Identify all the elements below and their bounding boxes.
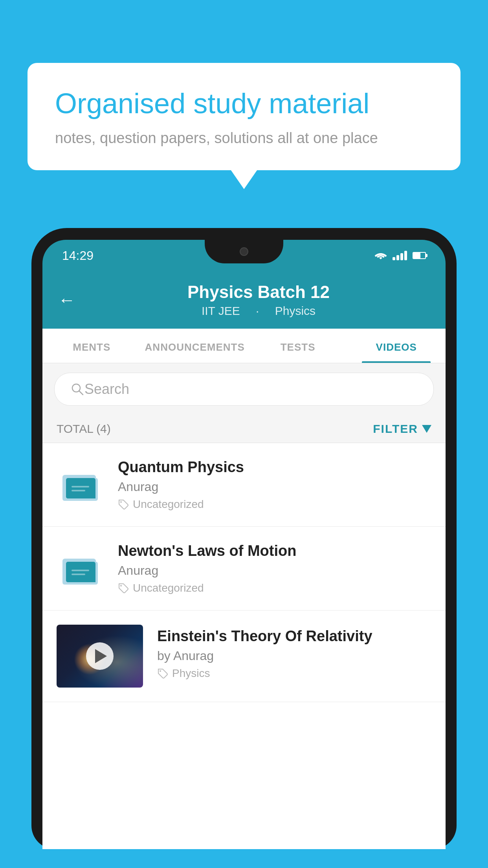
svg-point-6: [120, 501, 122, 503]
folder-icon-newton: [61, 551, 100, 586]
folder-icon-quantum: [61, 467, 100, 502]
speech-bubble-title: Organised study material: [55, 86, 433, 120]
speech-bubble-subtitle: notes, question papers, solutions all at…: [55, 130, 433, 147]
einstein-thumbnail: [57, 625, 143, 688]
subtitle-iitjee: IIT JEE: [202, 304, 240, 317]
einstein-title: Einstein's Theory Of Relativity: [157, 628, 431, 645]
quantum-title: Quantum Physics: [118, 459, 431, 476]
signal-icon: [393, 251, 407, 260]
tab-tests[interactable]: TESTS: [249, 329, 347, 363]
svg-rect-10: [72, 574, 85, 575]
phone-wrapper: 14:29: [31, 228, 457, 868]
svg-rect-9: [72, 570, 89, 571]
total-count: TOTAL (4): [57, 422, 111, 436]
wifi-icon: [374, 251, 387, 260]
status-time: 14:29: [62, 248, 94, 263]
search-placeholder: Search: [84, 381, 129, 397]
video-thumb-newton: [57, 551, 104, 586]
video-info-einstein: Einstein's Theory Of Relativity by Anura…: [157, 625, 431, 680]
speech-bubble: Organised study material notes, question…: [28, 63, 460, 170]
svg-line-1: [79, 391, 83, 395]
video-info-quantum: Quantum Physics Anurag Uncategorized: [118, 459, 431, 511]
header-title-area: Physics Batch 12 IIT JEE · Physics: [87, 282, 430, 318]
einstein-tag: Physics: [157, 667, 431, 680]
battery-icon: [413, 252, 426, 259]
newton-title: Newton's Laws of Motion: [118, 542, 431, 559]
video-info-newton: Newton's Laws of Motion Anurag Uncategor…: [118, 542, 431, 594]
status-icons: [374, 251, 426, 260]
newton-tag: Uncategorized: [118, 582, 431, 594]
play-triangle-icon: [95, 649, 107, 663]
video-item-einstein[interactable]: Einstein's Theory Of Relativity by Anura…: [42, 611, 446, 702]
svg-point-12: [160, 670, 161, 672]
svg-rect-4: [72, 486, 89, 487]
status-bar: 14:29: [42, 240, 446, 271]
speech-bubble-container: Organised study material notes, question…: [28, 63, 460, 170]
svg-point-11: [120, 585, 122, 587]
tag-icon-quantum: [118, 499, 129, 510]
notch: [205, 240, 283, 263]
quantum-author: Anurag: [118, 480, 431, 494]
tab-ments[interactable]: MENTS: [42, 329, 141, 363]
back-button[interactable]: ←: [58, 290, 75, 310]
search-icon: [70, 382, 84, 396]
filter-button[interactable]: FILTER: [373, 422, 431, 436]
tabs-bar: MENTS ANNOUNCEMENTS TESTS VIDEOS: [42, 329, 446, 363]
tab-announcements[interactable]: ANNOUNCEMENTS: [141, 329, 249, 363]
filter-triangle-icon: [422, 425, 431, 433]
svg-rect-5: [72, 490, 85, 491]
batch-subtitle: IIT JEE · Physics: [87, 304, 430, 318]
batch-title: Physics Batch 12: [87, 282, 430, 302]
search-bar[interactable]: Search: [54, 373, 434, 406]
subtitle-sep: ·: [256, 304, 262, 317]
app-screen: ← Physics Batch 12 IIT JEE · Physics MEN…: [42, 271, 446, 849]
camera-dot: [240, 247, 248, 256]
app-header: ← Physics Batch 12 IIT JEE · Physics: [42, 271, 446, 329]
video-list: Quantum Physics Anurag Uncategorized: [42, 443, 446, 702]
video-item-quantum[interactable]: Quantum Physics Anurag Uncategorized: [42, 443, 446, 527]
einstein-author: by Anurag: [157, 649, 431, 663]
tag-icon-einstein: [157, 668, 168, 679]
video-thumb-quantum: [57, 467, 104, 502]
newton-author: Anurag: [118, 563, 431, 578]
tag-icon-newton: [118, 583, 129, 594]
filter-row: TOTAL (4) FILTER: [42, 415, 446, 443]
subtitle-physics: Physics: [275, 304, 316, 317]
quantum-tag: Uncategorized: [118, 498, 431, 511]
search-bar-container: Search: [42, 363, 446, 415]
video-item-newton[interactable]: Newton's Laws of Motion Anurag Uncategor…: [42, 527, 446, 611]
phone-outer: 14:29: [31, 228, 457, 849]
tab-videos[interactable]: VIDEOS: [347, 329, 446, 363]
play-button-einstein[interactable]: [86, 642, 114, 670]
